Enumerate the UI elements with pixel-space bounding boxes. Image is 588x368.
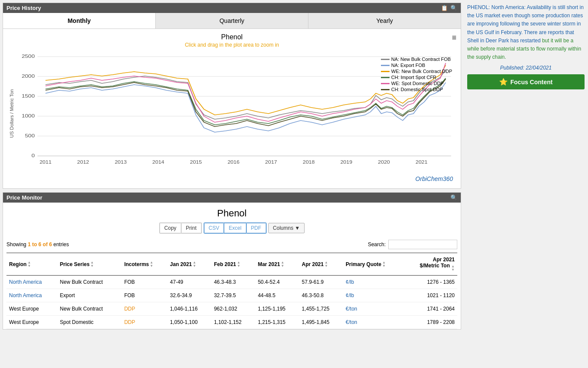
tab-yearly[interactable]: Yearly xyxy=(308,13,461,29)
col-price-series[interactable]: Price Series ▲▼ xyxy=(57,253,122,276)
cell-incoterms: DDP xyxy=(122,302,167,316)
legend-na-export-label: NA: Export FOB xyxy=(391,63,425,68)
col-apr[interactable]: Apr 2021 ▲▼ xyxy=(299,253,343,276)
price-monitor-panel: Price Monitor 🔍 Phenol Copy Print CSV Ex… xyxy=(3,192,461,330)
cell-jan: 32.6-34.9 xyxy=(167,289,211,302)
columns-button[interactable]: Columns ▼ xyxy=(268,223,305,233)
col-apr-metric[interactable]: Apr 2021$/Metric Ton ▲▼ xyxy=(403,253,457,276)
cell-jan: 47-49 xyxy=(167,276,211,289)
search-box: Search: xyxy=(368,240,457,249)
cell-primary-quote[interactable]: €/ton xyxy=(343,316,403,329)
cell-price-series: Export xyxy=(57,289,122,302)
price-history-panel: Price History 📋 🔍 Monthly Quarterly Year… xyxy=(3,3,461,189)
legend-ch-import-label: CH: Import Spot CFR xyxy=(391,75,437,80)
price-monitor-title: Price Monitor xyxy=(6,194,42,201)
svg-text:2012: 2012 xyxy=(77,160,89,165)
svg-text:2019: 2019 xyxy=(340,160,352,165)
col-incoterms[interactable]: Incoterms ▲▼ xyxy=(122,253,167,276)
cell-primary-quote[interactable]: ¢/lb xyxy=(343,289,403,302)
svg-text:2016: 2016 xyxy=(227,160,239,165)
svg-text:0: 0 xyxy=(31,153,35,158)
tab-monthly[interactable]: Monthly xyxy=(3,13,156,29)
table-controls: Showing 1 to 6 of 6 entries Search: xyxy=(3,238,461,253)
pdf-button[interactable]: PDF xyxy=(246,223,266,233)
cell-price-series: New Bulk Contract xyxy=(57,302,122,316)
cell-apr: 46.3-50.8 xyxy=(299,289,343,302)
price-monitor-header: Price Monitor 🔍 xyxy=(3,193,461,203)
svg-text:2018: 2018 xyxy=(303,160,315,165)
svg-text:2020: 2020 xyxy=(378,160,390,165)
cell-price-series: New Bulk Contract xyxy=(57,276,122,289)
showing-text: Showing 1 to 6 of 6 entries xyxy=(6,241,69,247)
cell-feb: 32.7-39.5 xyxy=(211,289,255,302)
cell-mar: 44-48.5 xyxy=(255,289,299,302)
legend-ch-import: CH: Import Spot CFR xyxy=(381,75,452,80)
price-monitor-search-icon[interactable]: 🔍 xyxy=(450,194,457,201)
col-primary-quote[interactable]: Primary Quote ▲▼ xyxy=(343,253,403,276)
svg-text:1000: 1000 xyxy=(22,113,35,118)
cell-primary-quote[interactable]: €/ton xyxy=(343,302,403,316)
cell-apr-metric: 1021 - 1120 xyxy=(403,289,457,302)
price-table: Region ▲▼ Price Series ▲▼ Incoterms ▲▼ J… xyxy=(6,253,457,329)
price-monitor-table-title: Phenol xyxy=(3,203,461,222)
search-icon[interactable]: 🔍 xyxy=(450,5,457,11)
search-label: Search: xyxy=(368,241,386,247)
legend-we-spot: WE: Spot Domestic DDP xyxy=(381,81,452,86)
col-jan[interactable]: Jan 2021 ▲▼ xyxy=(167,253,211,276)
table-wrapper: Region ▲▼ Price Series ▲▼ Incoterms ▲▼ J… xyxy=(3,253,461,329)
left-panel: Price History 📋 🔍 Monthly Quarterly Year… xyxy=(0,0,464,332)
cell-apr-metric: 1741 - 2064 xyxy=(403,302,457,316)
period-tabs: Monthly Quarterly Yearly xyxy=(3,13,461,29)
copy-button[interactable]: Copy xyxy=(160,223,181,233)
cell-incoterms: FOB xyxy=(122,289,167,302)
chart-container: Phenol Click and drag in the plot area t… xyxy=(3,29,461,188)
cell-apr-metric: 1789 - 2208 xyxy=(403,316,457,329)
cell-mar: 1,125-1,195 xyxy=(255,302,299,316)
tab-quarterly[interactable]: Quarterly xyxy=(156,13,308,29)
svg-text:2013: 2013 xyxy=(115,160,127,165)
legend-na-export: NA: Export FOB xyxy=(381,63,452,68)
news-text: PHENOL: North America: Availability is s… xyxy=(467,3,585,61)
price-history-header: Price History 📋 🔍 xyxy=(3,3,461,13)
table-icon[interactable]: 📋 xyxy=(441,5,448,11)
print-button[interactable]: Print xyxy=(181,223,201,233)
cell-mar: 1,215-1,315 xyxy=(255,316,299,329)
table-row: North AmericaExportFOB32.6-34.932.7-39.5… xyxy=(6,289,457,302)
svg-text:2021: 2021 xyxy=(415,160,428,165)
cell-apr: 57.9-61.9 xyxy=(299,276,343,289)
brand-name: OrbiChem360 xyxy=(7,174,456,184)
cell-primary-quote[interactable]: ¢/lb xyxy=(343,276,403,289)
focus-content-button[interactable]: ⭐ Focus Content xyxy=(467,74,585,89)
table-row: West EuropeSpot DomesticDDP1,050-1,1001,… xyxy=(6,316,457,329)
legend-ch-domestic: CH: Domestic Spot DDP xyxy=(381,87,452,92)
cell-apr-metric: 1276 - 1365 xyxy=(403,276,457,289)
cell-region[interactable]: North America xyxy=(6,289,57,302)
cell-region: West Europe xyxy=(6,316,57,329)
chart-menu-icon[interactable]: ≡ xyxy=(452,33,456,42)
cell-incoterms: FOB xyxy=(122,276,167,289)
cell-feb: 962-1,032 xyxy=(211,302,255,316)
search-input[interactable] xyxy=(388,240,457,249)
legend-na-bulk: NA: New Bulk Contract FOB xyxy=(381,57,452,62)
table-row: North AmericaNew Bulk ContractFOB47-4946… xyxy=(6,276,457,289)
cell-incoterms: DDP xyxy=(122,316,167,329)
cell-apr: 1,455-1,725 xyxy=(299,302,343,316)
legend-na-bulk-label: NA: New Bulk Contract FOB xyxy=(391,57,451,62)
published-date: Published: 22/04/2021 xyxy=(467,64,585,72)
focus-star-icon: ⭐ xyxy=(499,78,508,86)
chart-title: Phenol xyxy=(7,33,456,41)
col-region[interactable]: Region ▲▼ xyxy=(6,253,57,276)
excel-button[interactable]: Excel xyxy=(224,223,246,233)
cell-price-series: Spot Domestic xyxy=(57,316,122,329)
csv-button[interactable]: CSV xyxy=(204,223,224,233)
cell-apr: 1,495-1,845 xyxy=(299,316,343,329)
svg-text:2014: 2014 xyxy=(152,160,164,165)
legend-we-spot-label: WE: Spot Domestic DDP xyxy=(391,81,444,86)
col-feb[interactable]: Feb 2021 ▲▼ xyxy=(211,253,255,276)
table-buttons: Copy Print CSV Excel PDF Columns ▼ xyxy=(3,222,461,234)
svg-text:2017: 2017 xyxy=(265,160,277,165)
legend-we-bulk: WE: New Bulk Contract DDP xyxy=(381,69,452,74)
svg-text:1500: 1500 xyxy=(22,93,35,98)
cell-region[interactable]: North America xyxy=(6,276,57,289)
col-mar[interactable]: Mar 2021 ▲▼ xyxy=(255,253,299,276)
